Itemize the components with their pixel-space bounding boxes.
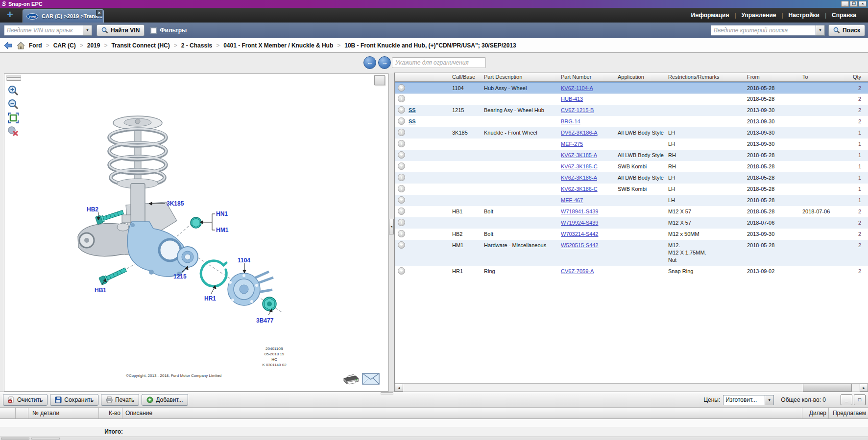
table-row[interactable]: HB2BoltW703214-S442M12 x 50MM2013-09-302 [395,229,868,240]
fit-to-window-icon[interactable] [7,112,19,124]
breadcrumb-item[interactable]: Transit Connect (HC) [111,42,169,49]
expand-row-icon[interactable] [398,267,405,275]
part-number-link[interactable]: CV6Z-7059-A [561,268,594,275]
col-qty[interactable]: Qty [842,74,861,80]
back-arrow-icon[interactable] [4,42,13,49]
scroll-left-icon[interactable]: ◄ [395,384,403,392]
part-number-link[interactable]: KV6Z-3K185-A [561,152,597,159]
save-button[interactable]: Сохранить [50,394,98,406]
cart-col-description[interactable]: Описание [122,408,802,418]
prices-dropdown-icon[interactable]: ▼ [765,395,774,405]
zoom-in-icon[interactable] [7,85,19,96]
panel-grip-icon[interactable] [6,75,21,81]
criteria-input[interactable] [711,25,816,36]
panel-minimize-button[interactable]: _ [841,394,852,405]
breadcrumb-item[interactable]: 2019 [87,42,100,49]
part-number-link[interactable]: KV6Z-1104-A [561,85,593,92]
table-row[interactable]: MEF-467LH2018-05-281 [395,195,868,206]
table-row[interactable]: HB1BoltW718941-S439M12 X 572018-05-28201… [395,206,868,217]
nav-back-button[interactable]: ← [363,56,376,69]
part-number-link[interactable]: W718941-S439 [561,208,598,215]
table-row[interactable]: KV6Z-3K186-CSWB KombiLH2018-05-281 [395,184,868,195]
vin-input[interactable] [4,25,83,36]
criteria-dropdown-icon[interactable]: ▼ [816,25,825,36]
cart-col-dealer[interactable]: Дилер [802,408,829,418]
prices-select[interactable]: Изготовит... [723,395,765,405]
minimize-button[interactable]: _ [841,1,849,7]
table-row[interactable]: SS1215Bearing Asy - Wheel HubCV6Z-1215-B… [395,105,868,116]
expand-row-icon[interactable] [398,140,405,147]
filters-link[interactable]: Фильтры [160,27,187,34]
table-row[interactable]: 1104Hub Assy - WheelKV6Z-1104-A2018-05-2… [395,82,868,93]
search-button[interactable]: Поиск [828,24,865,36]
part-number-link[interactable]: HUB-413 [561,95,583,103]
bottom-scrollbar[interactable] [0,437,868,440]
breadcrumb-item[interactable]: 10B - Front Knuckle and Hub, (+)"CDN/PR/… [344,42,516,49]
part-number-link[interactable]: W520515-S442 [561,242,598,249]
table-row[interactable]: SSBRG-142013-09-302 [395,116,868,127]
col-call-base[interactable]: Call/Base [452,74,475,80]
part-number-link[interactable]: W703214-S442 [561,231,598,238]
expand-row-icon[interactable] [398,84,405,92]
table-row[interactable]: MEF-275LH2013-09-301 [395,139,868,150]
overview-thumbnail-button[interactable] [374,75,385,85]
panel-maximize-button[interactable]: □ [854,394,866,405]
email-diagram-icon[interactable] [362,372,380,385]
part-number-link[interactable]: BRG-14 [561,118,580,125]
col-from[interactable]: From [747,74,760,80]
part-number-link[interactable]: CV6Z-1215-B [561,107,594,114]
table-row[interactable]: HM1Hardware - MiscellaneousW520515-S442M… [395,240,868,266]
cancel-zoom-icon[interactable] [7,126,19,138]
expand-row-icon[interactable] [398,106,405,114]
expand-row-icon[interactable] [398,185,405,192]
tab-active[interactable]: Ford CAR (C) >2019 >Trans... ✕ [23,9,104,23]
expand-row-icon[interactable] [398,129,405,136]
new-tab-button[interactable]: + [7,8,13,21]
breadcrumb-item[interactable]: Ford [29,42,42,49]
horizontal-scrollbar[interactable]: ◄ ► [395,383,868,392]
zoom-out-icon[interactable] [7,98,19,110]
print-button[interactable]: Печать [101,394,139,406]
breadcrumb-item[interactable]: 0401 - Front X Member / Knuckle & Hub [223,42,333,49]
table-row[interactable]: HR1RingCV6Z-7059-ASnap Ring2013-09-022 [395,266,868,277]
table-row[interactable]: KV6Z-3K185-CSWB KombiRH2018-05-281 [395,161,868,172]
menu-item-4[interactable]: Справка [832,12,856,19]
vin-dropdown-icon[interactable]: ▼ [83,25,92,36]
col-restrictions[interactable]: Restrictions/Remarks [668,74,720,80]
part-number-link[interactable]: KV6Z-3K185-C [561,163,598,170]
table-row[interactable]: HUB-4132018-05-282 [395,93,868,105]
expand-row-icon[interactable] [398,241,405,249]
col-to[interactable]: To [802,74,808,80]
collapse-panel-icon[interactable]: ◄ [389,219,394,234]
breadcrumb-item[interactable]: CAR (C) [53,42,76,49]
bottom-scrollbar-thumb[interactable] [1,438,29,440]
part-number-link[interactable]: MEF-467 [561,197,583,204]
cart-col-qty[interactable]: К-во [99,408,122,418]
filters-checkbox[interactable] [150,27,157,34]
part-number-link[interactable]: KV6Z-3K186-A [561,174,597,182]
ss-link[interactable]: SS [409,118,416,125]
expand-row-icon[interactable] [398,219,405,226]
ss-link[interactable]: SS [409,107,416,114]
expand-row-icon[interactable] [398,196,405,204]
menu-item-3[interactable]: Настройки [789,12,820,19]
expand-row-icon[interactable] [398,174,405,181]
part-number-link[interactable]: DV6Z-3K186-A [561,129,598,137]
scrollbar-thumb[interactable] [803,384,852,392]
tab-close-icon[interactable]: ✕ [96,10,102,16]
restore-button[interactable]: ❐ [850,1,858,7]
expand-row-icon[interactable] [398,230,405,237]
menu-item-1[interactable]: Информация [691,12,729,19]
expand-row-icon[interactable] [398,151,405,159]
scroll-right-icon[interactable]: ► [860,384,868,392]
find-vin-button[interactable]: Найти VIN [96,24,145,36]
expand-row-icon[interactable] [398,208,405,215]
table-row[interactable]: W719924-S439M12 X 572018-07-062 [395,217,868,229]
expand-row-icon[interactable] [398,117,405,125]
part-number-link[interactable]: KV6Z-3K186-C [561,185,598,193]
cart-col-part-number[interactable]: № детали [28,408,99,418]
menu-item-2[interactable]: Управление [742,12,776,19]
add-button[interactable]: Добавит... [142,394,188,406]
print-diagram-icon[interactable] [341,371,361,386]
panel-splitter[interactable]: ◄ [388,73,394,392]
